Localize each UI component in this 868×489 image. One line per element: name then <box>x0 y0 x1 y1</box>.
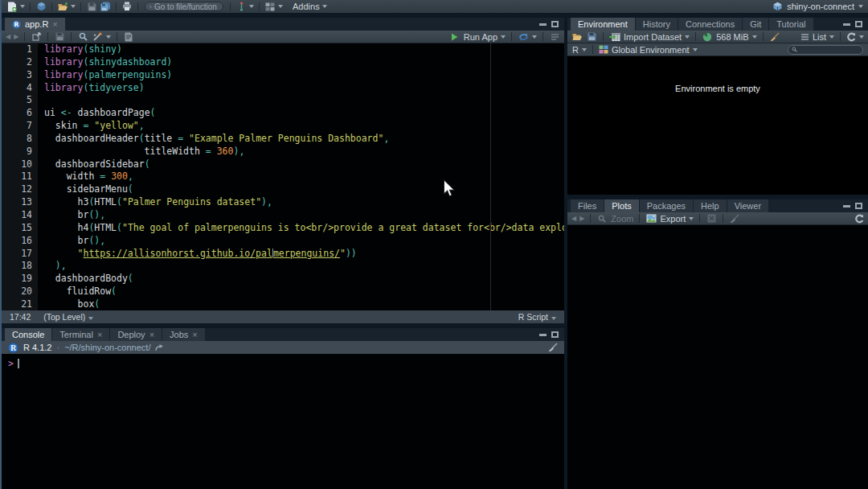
open-file-dropdown-caret[interactable] <box>71 5 76 8</box>
tab-history[interactable]: History <box>636 18 678 31</box>
tab-terminal[interactable]: Terminal × <box>52 328 110 341</box>
run-app-play-icon[interactable] <box>449 31 461 43</box>
environment-scope-caret[interactable] <box>693 48 698 51</box>
export-plot-icon[interactable] <box>645 213 657 224</box>
working-directory[interactable]: ~/R/shiny-on-connect/ <box>64 343 150 352</box>
new-file-dropdown-caret[interactable] <box>20 5 25 8</box>
save-icon[interactable] <box>86 1 97 12</box>
tab-packages[interactable]: Packages <box>640 199 694 212</box>
tab-app-r[interactable]: R app.R × <box>5 18 66 31</box>
close-tab-icon[interactable]: × <box>52 20 57 29</box>
version-control-dropdown-caret[interactable] <box>249 5 254 8</box>
refresh-icon[interactable] <box>846 32 856 42</box>
zoom-plot-icon[interactable] <box>596 213 608 224</box>
load-workspace-icon[interactable] <box>571 31 583 43</box>
new-project-icon[interactable] <box>35 1 47 12</box>
import-dataset-caret[interactable] <box>685 35 690 39</box>
version-control-icon[interactable] <box>235 1 247 12</box>
close-tab-icon[interactable]: × <box>149 331 154 339</box>
zoom-plot-label[interactable]: Zoom <box>611 214 633 224</box>
remove-plot-icon[interactable] <box>706 213 717 224</box>
memory-usage-label[interactable]: 568 MiB <box>716 32 748 42</box>
addins-dropdown-caret[interactable] <box>322 5 327 8</box>
tab-git[interactable]: Git <box>743 18 769 31</box>
code-tools-dropdown-caret[interactable] <box>106 35 111 39</box>
close-tab-icon[interactable]: × <box>97 331 102 339</box>
language-caret[interactable] <box>582 48 587 51</box>
project-dropdown-caret[interactable] <box>858 5 863 8</box>
tab-help[interactable]: Help <box>694 199 727 212</box>
environment-search-input[interactable] <box>800 45 859 54</box>
rerun-dropdown-caret[interactable] <box>532 35 537 39</box>
maximize-pane-icon[interactable] <box>551 21 559 27</box>
print-icon[interactable] <box>121 1 133 12</box>
environment-search-box[interactable] <box>788 45 863 55</box>
export-plot-caret[interactable] <box>689 217 694 220</box>
addins-button[interactable]: Addins <box>293 2 320 11</box>
list-view-selector[interactable]: List <box>813 32 826 42</box>
tab-plots[interactable]: Plots <box>604 199 639 212</box>
clear-console-broom-icon[interactable] <box>547 343 558 352</box>
language-selector[interactable]: R <box>572 45 579 55</box>
memory-usage-caret[interactable] <box>752 35 757 39</box>
import-dataset-button[interactable]: Import Dataset <box>624 32 682 42</box>
goto-file-input[interactable] <box>154 2 219 11</box>
import-dataset-icon[interactable] <box>609 31 620 43</box>
tab-tutorial[interactable]: Tutorial <box>769 18 813 31</box>
source-document-icon[interactable] <box>549 31 560 43</box>
tab-environment[interactable]: Environment <box>571 18 636 31</box>
clear-plots-broom-icon[interactable] <box>729 214 739 224</box>
previous-plot-icon[interactable]: ◀ <box>571 216 576 222</box>
minimize-pane-icon[interactable] <box>843 23 850 26</box>
tab-connections[interactable]: Connections <box>678 18 743 31</box>
minimize-pane-icon[interactable] <box>539 23 547 26</box>
save-file-icon[interactable] <box>54 31 65 43</box>
next-plot-icon[interactable]: ▶ <box>579 216 584 222</box>
environment-scope-selector[interactable]: Global Environment <box>612 45 690 55</box>
memory-usage-pie-icon[interactable] <box>702 31 713 43</box>
toolbar-separator <box>603 32 604 41</box>
compile-report-icon[interactable] <box>123 31 134 43</box>
clear-environment-broom-icon[interactable] <box>769 32 780 42</box>
run-app-dropdown-caret[interactable] <box>501 35 506 39</box>
export-plot-button[interactable]: Export <box>660 214 686 224</box>
goto-file-search[interactable] <box>145 2 223 11</box>
file-type-selector[interactable]: R Script <box>518 312 556 322</box>
minimize-pane-icon[interactable] <box>539 334 547 336</box>
goto-directory-arrow-icon[interactable] <box>155 344 164 351</box>
save-all-icon[interactable] <box>100 1 111 12</box>
code-tools-wand-icon[interactable] <box>92 31 103 43</box>
code-editor[interactable]: 123456789101112131415161718192021 librar… <box>2 43 564 310</box>
maximize-pane-icon[interactable] <box>855 203 862 209</box>
workspace-panes-dropdown-caret[interactable] <box>278 5 283 8</box>
maximize-pane-icon[interactable] <box>551 331 559 338</box>
plots-tabbar: Files Plots Packages Help Viewer <box>567 199 868 212</box>
refresh-plots-icon[interactable] <box>854 214 864 224</box>
tab-console[interactable]: Console <box>5 328 52 341</box>
find-replace-icon[interactable] <box>77 31 88 43</box>
open-file-icon[interactable] <box>57 1 68 12</box>
tab-label: Tutorial <box>776 19 805 29</box>
save-workspace-icon[interactable] <box>586 31 597 43</box>
new-file-icon[interactable] <box>6 1 18 12</box>
tab-jobs[interactable]: Jobs × <box>162 328 206 341</box>
forward-icon[interactable]: ▶ <box>14 34 18 40</box>
workspace-panes-icon[interactable] <box>264 1 276 12</box>
rerun-app-icon[interactable] <box>518 31 529 43</box>
run-app-button[interactable]: Run App <box>464 32 497 42</box>
maximize-pane-icon[interactable] <box>855 21 862 27</box>
console-output[interactable]: > <box>2 354 564 489</box>
tab-files[interactable]: Files <box>571 199 604 212</box>
refresh-dropdown-caret[interactable] <box>859 35 864 39</box>
minimize-pane-icon[interactable] <box>843 205 850 208</box>
back-icon[interactable]: ◀ <box>6 34 10 40</box>
list-view-caret[interactable] <box>829 35 834 39</box>
search-icon <box>792 46 797 53</box>
toolbar-separator <box>590 214 591 223</box>
tab-viewer[interactable]: Viewer <box>727 199 769 212</box>
close-tab-icon[interactable]: × <box>192 331 197 339</box>
open-in-new-window-icon[interactable] <box>31 31 42 43</box>
tab-deploy[interactable]: Deploy × <box>110 328 162 341</box>
project-selector[interactable]: shiny-on-connect <box>772 2 863 11</box>
scope-selector[interactable]: (Top Level) <box>43 312 93 322</box>
